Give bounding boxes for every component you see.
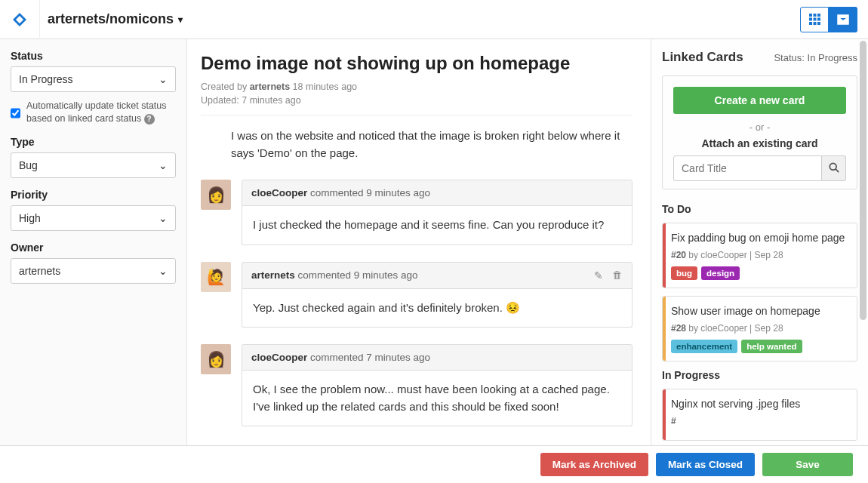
- svg-rect-7: [813, 22, 816, 25]
- card-search-button[interactable]: [822, 155, 846, 181]
- svg-rect-0: [809, 14, 812, 17]
- chevron-down-icon: ⌄: [159, 212, 168, 224]
- card-title: Fix padding bug on emoji home page: [671, 231, 848, 245]
- card-meta: #28 by cloeCooper | Sep 28: [671, 323, 848, 334]
- comment: 👩cloeCooper commented 7 minutes agoOk, I…: [201, 344, 633, 426]
- save-button[interactable]: Save: [762, 453, 853, 476]
- ticket-meta: Created by arternets 18 minutes ago Upda…: [201, 80, 633, 107]
- comment-header: cloeCooper commented 7 minutes ago: [242, 344, 633, 371]
- linked-card[interactable]: Show user image on homepage#28 by cloeCo…: [662, 296, 857, 361]
- column-header: In Progress: [662, 369, 857, 381]
- status-select[interactable]: In Progress ⌄: [11, 66, 176, 92]
- chevron-down-icon: ⌄: [159, 265, 168, 277]
- tag: bug: [671, 266, 697, 280]
- card-meta: #20 by cloeCooper | Sep 28: [671, 250, 848, 260]
- comment-author: arternets: [251, 269, 295, 281]
- comment-text: I just checked the homepage and it seems…: [242, 206, 633, 245]
- comment: 🙋arternets commented 9 minutes ago✎🗑Yep.…: [201, 262, 633, 328]
- type-label: Type: [11, 136, 176, 148]
- create-card-button[interactable]: Create a new card: [673, 87, 846, 114]
- archive-button[interactable]: Mark as Archived: [540, 453, 648, 476]
- or-divider: - or -: [673, 122, 846, 133]
- comment-time: commented 7 minutes ago: [307, 352, 430, 363]
- avatar: 🙋: [201, 262, 231, 292]
- help-icon[interactable]: ?: [144, 114, 155, 125]
- comment-author: cloeCooper: [251, 187, 307, 198]
- caret-down-icon: ▾: [178, 14, 183, 25]
- comment-author: cloeCooper: [251, 352, 307, 363]
- ticket-body: I was on the website and noticed that th…: [201, 128, 633, 162]
- tag: help wanted: [741, 340, 802, 353]
- comment-time: commented 9 minutes ago: [307, 187, 430, 198]
- chevron-down-icon: ⌄: [159, 159, 168, 171]
- linked-cards-status: Status: In Progress: [774, 52, 857, 63]
- inbox-view-button[interactable]: [829, 7, 857, 32]
- comment-header: arternets commented 9 minutes ago✎🗑: [242, 262, 633, 289]
- delete-icon[interactable]: 🗑: [612, 269, 623, 281]
- status-label: Status: [11, 50, 176, 62]
- auto-status-checkbox[interactable]: [11, 101, 20, 125]
- column-header: To Do: [662, 203, 857, 215]
- type-select[interactable]: Bug ⌄: [11, 152, 176, 178]
- app-logo[interactable]: [11, 11, 29, 29]
- avatar: 👩: [201, 180, 231, 210]
- edit-icon[interactable]: ✎: [594, 269, 603, 281]
- owner-select[interactable]: arternets ⌄: [11, 258, 176, 284]
- owner-label: Owner: [11, 242, 176, 254]
- project-name: arternets/nomicons: [48, 11, 174, 27]
- comment-text: Yep. Just checked again and it's definit…: [242, 289, 633, 328]
- search-icon: [829, 162, 839, 173]
- card-search-input[interactable]: [673, 155, 822, 181]
- svg-rect-2: [817, 14, 820, 17]
- auto-status-checkbox-row[interactable]: Automatically update ticket status based…: [11, 100, 176, 125]
- comment: 👩cloeCooper commented 9 minutes agoI jus…: [201, 180, 633, 245]
- priority-select[interactable]: High ⌄: [11, 205, 176, 231]
- priority-label: Priority: [11, 189, 176, 201]
- comment-header: cloeCooper commented 9 minutes ago: [242, 180, 633, 206]
- svg-point-9: [830, 163, 836, 170]
- linked-card[interactable]: Fix padding bug on emoji home page#20 by…: [662, 223, 857, 288]
- svg-rect-5: [817, 18, 820, 21]
- ticket-title: Demo image not showing up on homepage: [201, 53, 633, 74]
- svg-rect-1: [813, 14, 816, 17]
- comment-time: commented 9 minutes ago: [295, 269, 418, 281]
- tag: enhancement: [671, 340, 737, 353]
- comment-text: Ok, I see the problem now... must have b…: [242, 371, 633, 426]
- grid-view-button[interactable]: [800, 7, 829, 32]
- svg-line-10: [836, 169, 839, 172]
- linked-card[interactable]: Nginx not serving .jpeg files#: [662, 389, 857, 441]
- tag: design: [701, 266, 740, 280]
- chevron-down-icon: ⌄: [159, 73, 168, 85]
- avatar: 👩: [201, 344, 231, 374]
- svg-rect-3: [809, 18, 812, 21]
- attach-label: Attach an existing card: [673, 137, 846, 149]
- svg-rect-8: [817, 22, 820, 25]
- scrollbar[interactable]: [860, 41, 866, 320]
- linked-cards-title: Linked Cards: [662, 50, 743, 65]
- card-title: Nginx not serving .jpeg files: [671, 397, 848, 411]
- svg-rect-6: [809, 22, 812, 25]
- svg-rect-4: [813, 18, 816, 21]
- close-button[interactable]: Mark as Closed: [656, 453, 755, 476]
- project-selector[interactable]: arternets/nomicons ▾: [39, 0, 183, 39]
- card-meta: #: [671, 416, 848, 426]
- card-title: Show user image on homepage: [671, 304, 848, 318]
